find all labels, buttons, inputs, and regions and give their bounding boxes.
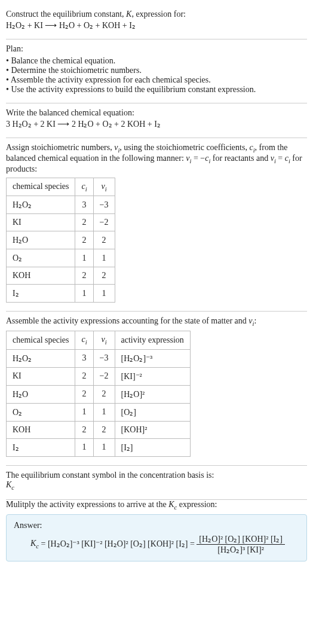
table-row: H₂O₂3−3 bbox=[7, 196, 115, 214]
prompt-equation: H₂O₂ + KI ⟶ H₂O + O₂ + KOH + I₂ bbox=[6, 20, 307, 30]
stoich-section: Assign stoichiometric numbers, νi, using… bbox=[6, 138, 307, 312]
table-row: I₂11[I₂] bbox=[7, 438, 191, 456]
kc-symbol: Kc bbox=[6, 480, 307, 491]
balanced-eq-section: Write the balanced chemical equation: 3 … bbox=[6, 103, 307, 138]
col-species: chemical species bbox=[7, 178, 75, 196]
balanced-equation: 3 H₂O₂ + 2 KI ⟶ 2 H₂O + O₂ + 2 KOH + I₂ bbox=[6, 119, 307, 129]
table-row: O₂11[O₂] bbox=[7, 403, 191, 421]
stoich-table: chemical species ci νi H₂O₂3−3 KI2−2 H₂O… bbox=[6, 178, 115, 303]
table-row: O₂11 bbox=[7, 249, 115, 267]
plan-item: Balance the chemical equation. bbox=[6, 56, 307, 66]
table-row: H₂O₂3−3[H₂O₂]⁻³ bbox=[7, 349, 191, 367]
table-row: KOH22 bbox=[7, 267, 115, 285]
answer-box: Answer: Kc = [H₂O₂]⁻³ [KI]⁻² [H₂O]² [O₂]… bbox=[6, 514, 307, 561]
answer-fraction: [H₂O]² [O₂] [KOH]² [I₂] [H₂O₂]³ [KI]² bbox=[197, 534, 285, 555]
table-row: KOH22[KOH]² bbox=[7, 421, 191, 438]
col-ci: ci bbox=[75, 178, 93, 196]
plan-item: Use the activity expressions to build th… bbox=[6, 85, 307, 94]
table-row: KI2−2 bbox=[7, 214, 115, 231]
table-row: H₂O22[H₂O]² bbox=[7, 385, 191, 403]
activity-intro: Assemble the activity expressions accoun… bbox=[6, 316, 307, 327]
plan-item: Assemble the activity expression for eac… bbox=[6, 75, 307, 85]
col-vi: νi bbox=[93, 178, 115, 196]
table-header-row: chemical species ci νi bbox=[7, 178, 115, 196]
plan-section: Plan: Balance the chemical equation. Det… bbox=[6, 39, 307, 103]
col-activity: activity expression bbox=[115, 331, 190, 350]
col-ci: ci bbox=[75, 331, 93, 350]
activity-table: chemical species ci νi activity expressi… bbox=[6, 331, 191, 457]
result-intro: Mulitply the activity expressions to arr… bbox=[6, 500, 307, 511]
plan-item: Determine the stoichiometric numbers. bbox=[6, 66, 307, 75]
kc-symbol-section: The equilibrium constant symbol in the c… bbox=[6, 466, 307, 500]
plan-heading: Plan: bbox=[6, 44, 307, 54]
table-row: I₂11 bbox=[7, 285, 115, 303]
stoich-intro: Assign stoichiometric numbers, νi, using… bbox=[6, 143, 307, 174]
prompt-section: Construct the equilibrium constant, K, e… bbox=[6, 5, 307, 39]
table-row: KI2−2[KI]⁻² bbox=[7, 367, 191, 385]
fraction-numerator: [H₂O]² [O₂] [KOH]² [I₂] bbox=[197, 534, 285, 545]
prompt-line-1: Construct the equilibrium constant, K, e… bbox=[6, 10, 307, 19]
answer-lhs: Kc = [H₂O₂]⁻³ [KI]⁻² [H₂O]² [O₂] [KOH]² … bbox=[30, 539, 197, 548]
answer-label: Answer: bbox=[14, 521, 299, 530]
balanced-eq-label: Write the balanced chemical equation: bbox=[6, 108, 307, 118]
plan-list: Balance the chemical equation. Determine… bbox=[6, 56, 307, 94]
activity-section: Assemble the activity expressions accoun… bbox=[6, 312, 307, 466]
answer-equation: Kc = [H₂O₂]⁻³ [KI]⁻² [H₂O]² [O₂] [KOH]² … bbox=[14, 534, 299, 555]
result-section: Mulitply the activity expressions to arr… bbox=[6, 500, 307, 561]
col-species: chemical species bbox=[7, 331, 75, 350]
col-vi: νi bbox=[93, 331, 115, 350]
table-header-row: chemical species ci νi activity expressi… bbox=[7, 331, 191, 350]
kc-symbol-label: The equilibrium constant symbol in the c… bbox=[6, 471, 307, 480]
fraction-denominator: [H₂O₂]³ [KI]² bbox=[197, 545, 285, 555]
table-row: H₂O22 bbox=[7, 231, 115, 249]
